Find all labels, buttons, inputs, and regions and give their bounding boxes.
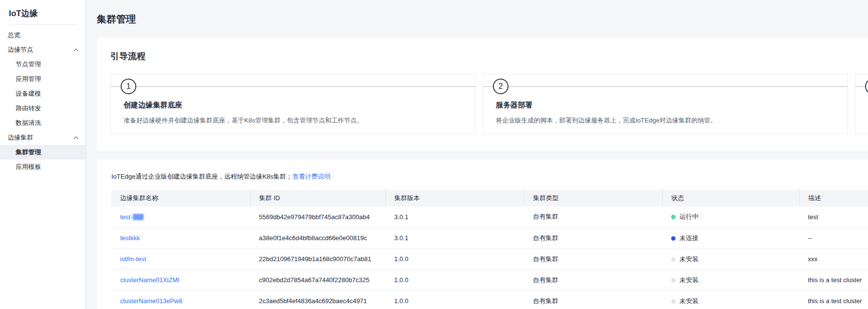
- nav-label: 总览: [8, 31, 21, 40]
- chevron-up-icon: [74, 48, 79, 53]
- cluster-table: 边缘集群名称 集群 ID 集群版本 集群类型 状态 描述 test- 5569d…: [111, 190, 868, 309]
- status-label: 未连接: [679, 234, 699, 242]
- cluster-name-link[interactable]: clusterName01XiZMI: [120, 276, 179, 284]
- step-number-badge: 3: [865, 79, 868, 94]
- nav-label: 集群管理: [16, 148, 41, 157]
- table-header-row: 边缘集群名称 集群 ID 集群版本 集群类型 状态 描述: [111, 190, 868, 206]
- sidebar-item-data-cleaning[interactable]: 数据清洗: [0, 116, 85, 130]
- col-header-cluster-name: 边缘集群名称: [111, 190, 250, 206]
- status-dot: [671, 278, 676, 283]
- chevron-up-icon: [74, 136, 79, 141]
- cell-description: this is a test cluster: [799, 290, 868, 309]
- sidebar-divider: [7, 24, 79, 25]
- col-header-cluster-version: 集群版本: [385, 190, 524, 206]
- main-content: 集群管理 引导流程 1 创建边缘集群底座 准备好边缘硬件并创建边缘集群底座，基于…: [86, 0, 868, 309]
- cell-cluster-version: 1.0.0: [385, 269, 524, 290]
- table-row: testkkk a38e0f1e4c6d4bfb8accd66e0e00819c…: [111, 227, 868, 248]
- cell-status: 未连接: [662, 227, 799, 248]
- step-connector-line: [483, 86, 847, 87]
- status-label: 未安装: [679, 276, 699, 284]
- cell-cluster-id: a38e0f1e4c6d4bfb8accd66e0e00819c: [250, 227, 385, 248]
- status-label: 未安装: [679, 255, 699, 263]
- status-label: 未安装: [679, 297, 699, 305]
- guide-step-2: 2 服务器部署 将企业版生成的脚本，部署到边缘服务器上，完成IoTEdge对边缘…: [483, 74, 848, 134]
- col-header-description: 描述: [799, 190, 868, 206]
- sidebar-item-edge-clusters[interactable]: 边缘集群: [0, 130, 85, 145]
- sidebar-item-route-forwarding[interactable]: 路由转发: [0, 101, 85, 116]
- redacted-text: [133, 214, 144, 220]
- cell-cluster-name: clusterName013ePw8: [111, 290, 250, 309]
- nav-label: 应用模板: [16, 163, 41, 171]
- nav-label: 数据清洗: [16, 119, 41, 127]
- cell-cluster-version: 3.0.1: [385, 227, 524, 248]
- sidebar-title: IoT边缘: [0, 0, 85, 24]
- cell-cluster-name: testkkk: [111, 227, 250, 248]
- cluster-intro-text: IoTEdge通过企业版创建边缘集群底座，远程纳管边缘K8s集群；: [111, 173, 293, 180]
- sidebar-item-cluster-management[interactable]: 集群管理: [0, 145, 85, 160]
- cluster-name-link[interactable]: test-: [120, 213, 132, 221]
- nav-label: 节点管理: [16, 60, 41, 69]
- sidebar-item-node-management[interactable]: 节点管理: [0, 57, 85, 72]
- cell-status: 未安装: [662, 248, 799, 269]
- sidebar: IoT边缘 总览 边缘节点 节点管理 应用管理 设备建模 路由转发: [0, 0, 86, 309]
- guide-steps: 1 创建边缘集群底座 准备好边缘硬件并创建边缘集群底座，基于K8s管理集群，包含…: [110, 74, 868, 134]
- step-number-badge: 1: [121, 79, 136, 94]
- nav-label: 路由转发: [16, 104, 41, 113]
- table-row: clusterName013ePw8 2c3aed5bf4ef4836a4c69…: [111, 290, 868, 309]
- cell-cluster-type: 自有集群: [524, 206, 662, 227]
- status-label: 运行中: [679, 213, 699, 220]
- cell-status: 未安装: [662, 290, 799, 309]
- status-dot: [671, 236, 676, 241]
- sidebar-item-app-template[interactable]: 应用模板: [0, 160, 85, 174]
- nav-label: 边缘节点: [8, 45, 33, 54]
- app-root: IoT边缘 总览 边缘节点 节点管理 应用管理 设备建模 路由转发: [0, 0, 868, 309]
- cell-description: --: [799, 227, 868, 248]
- cell-description: this is a test cluster: [799, 269, 868, 290]
- step-title: 服务器部署: [496, 101, 835, 110]
- cell-status: 未安装: [662, 269, 799, 290]
- step-description: 准备好边缘硬件并创建边缘集群底座，基于K8s管理集群，包含管理节点和工作节点。: [124, 116, 463, 125]
- cell-description: xxx: [799, 248, 868, 269]
- cell-cluster-id: 5569db42e979479bbf745ac87a300ab4: [250, 206, 385, 227]
- cluster-intro: IoTEdge通过企业版创建边缘集群底座，远程纳管边缘K8s集群；查看计费说明: [111, 172, 868, 181]
- status-dot: [671, 299, 676, 304]
- cell-cluster-name: iotfm-test: [111, 248, 250, 269]
- guide-step-3: 3 边 对: [855, 74, 868, 134]
- billing-info-link[interactable]: 查看计费说明: [293, 173, 331, 180]
- table-row: test- 5569db42e979479bbf745ac87a300ab4 3…: [111, 206, 868, 227]
- cell-cluster-version: 1.0.0: [385, 290, 524, 309]
- cluster-name-link[interactable]: testkkk: [120, 234, 140, 242]
- guide-card: 引导流程 1 创建边缘集群底座 准备好边缘硬件并创建边缘集群底座，基于K8s管理…: [97, 38, 868, 151]
- step-title: 创建边缘集群底座: [124, 101, 463, 110]
- sidebar-item-overview[interactable]: 总览: [0, 28, 85, 42]
- status-dot: [671, 257, 676, 262]
- cell-status: 运行中: [662, 206, 799, 227]
- sidebar-item-app-management[interactable]: 应用管理: [0, 72, 85, 86]
- cell-cluster-name: clusterName01XiZMI: [111, 269, 250, 290]
- cell-description: test: [799, 206, 868, 227]
- guide-step-1: 1 创建边缘集群底座 准备好边缘硬件并创建边缘集群底座，基于K8s管理集群，包含…: [110, 74, 476, 134]
- sidebar-item-edge-nodes[interactable]: 边缘节点: [0, 42, 85, 57]
- cell-cluster-type: 自有集群: [524, 290, 662, 309]
- cell-cluster-name: test-: [111, 206, 250, 227]
- status-dot: [671, 215, 676, 219]
- sidebar-item-device-modeling[interactable]: 设备建模: [0, 86, 85, 101]
- guide-title: 引导流程: [110, 50, 868, 62]
- col-header-cluster-type: 集群类型: [524, 190, 662, 206]
- cell-cluster-id: 22bd2109671949b1a168c90070c7ab81: [250, 248, 385, 269]
- table-row: clusterName01XiZMI c902ebd2d7854a67a7440…: [111, 269, 868, 290]
- cluster-name-link[interactable]: iotfm-test: [120, 255, 146, 263]
- col-header-cluster-id: 集群 ID: [250, 190, 385, 206]
- cell-cluster-version: 3.0.1: [385, 206, 524, 227]
- nav-label: 边缘集群: [8, 133, 33, 142]
- cell-cluster-type: 自有集群: [524, 227, 662, 248]
- cell-cluster-id: 2c3aed5bf4ef4836a4c692baec4c4971: [250, 290, 385, 309]
- cell-cluster-type: 自有集群: [524, 248, 662, 269]
- cluster-name-link[interactable]: clusterName013ePw8: [120, 297, 182, 305]
- cell-cluster-version: 1.0.0: [385, 248, 524, 269]
- nav-label: 设备建模: [16, 89, 41, 98]
- cell-cluster-type: 自有集群: [524, 269, 662, 290]
- page-title: 集群管理: [97, 13, 868, 26]
- col-header-status: 状态: [662, 190, 799, 206]
- sidebar-nav: 总览 边缘节点 节点管理 应用管理 设备建模 路由转发 数据清洗 边缘集群: [0, 28, 85, 174]
